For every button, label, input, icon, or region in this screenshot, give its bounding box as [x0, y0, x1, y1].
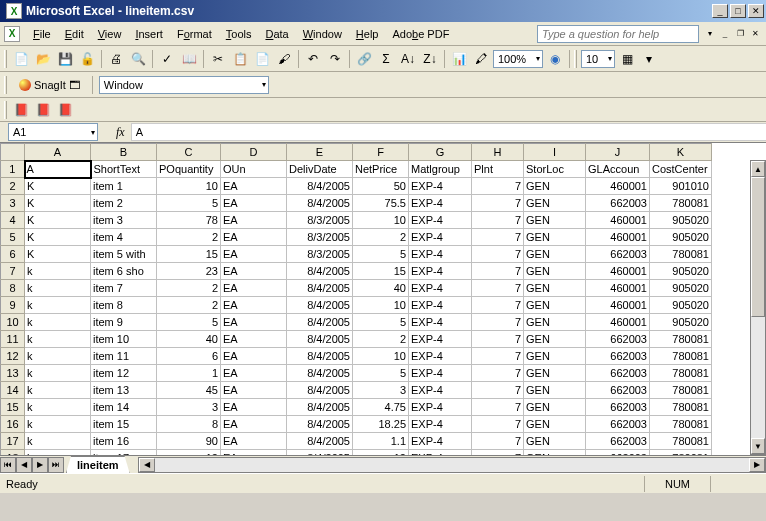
format-painter-icon[interactable]: 🖌: [274, 49, 294, 69]
cell-D8[interactable]: EA: [221, 280, 287, 297]
cell-J15[interactable]: 662003: [586, 399, 650, 416]
tab-first-icon[interactable]: ⏮: [0, 457, 16, 473]
row-header-11[interactable]: 11: [1, 331, 25, 348]
cell-C4[interactable]: 78: [157, 212, 221, 229]
worksheet-grid[interactable]: ABCDEFGHIJK1AShortTextPOquantityOUnDeliv…: [0, 143, 766, 455]
cell-K14[interactable]: 780081: [650, 382, 712, 399]
cell-B1[interactable]: ShortText: [91, 161, 157, 178]
cell-K18[interactable]: 780081: [650, 450, 712, 456]
cell-A6[interactable]: K: [25, 246, 91, 263]
cell-J5[interactable]: 460001: [586, 229, 650, 246]
cell-J7[interactable]: 460001: [586, 263, 650, 280]
cell-J17[interactable]: 662003: [586, 433, 650, 450]
fx-icon[interactable]: fx: [116, 125, 125, 140]
scroll-up-icon[interactable]: ▲: [751, 161, 765, 177]
cell-K10[interactable]: 905020: [650, 314, 712, 331]
cell-A11[interactable]: k: [25, 331, 91, 348]
cell-K2[interactable]: 901010: [650, 178, 712, 195]
cell-D9[interactable]: EA: [221, 297, 287, 314]
cell-H13[interactable]: 7: [472, 365, 524, 382]
fontsize-combo[interactable]: 10: [581, 50, 615, 68]
cell-D13[interactable]: EA: [221, 365, 287, 382]
cell-C18[interactable]: 12: [157, 450, 221, 456]
cell-C16[interactable]: 8: [157, 416, 221, 433]
col-header-J[interactable]: J: [586, 144, 650, 161]
cell-E18[interactable]: 8/4/2005: [287, 450, 353, 456]
cell-I18[interactable]: GEN: [524, 450, 586, 456]
cell-F9[interactable]: 10: [353, 297, 409, 314]
cell-E2[interactable]: 8/4/2005: [287, 178, 353, 195]
cell-C11[interactable]: 40: [157, 331, 221, 348]
cell-G6[interactable]: EXP-4: [409, 246, 472, 263]
cell-A5[interactable]: K: [25, 229, 91, 246]
cell-E8[interactable]: 8/4/2005: [287, 280, 353, 297]
cell-I5[interactable]: GEN: [524, 229, 586, 246]
cell-F12[interactable]: 10: [353, 348, 409, 365]
cell-I12[interactable]: GEN: [524, 348, 586, 365]
row-header-18[interactable]: 18: [1, 450, 25, 456]
toolbar-handle-4[interactable]: [4, 101, 7, 119]
cell-F16[interactable]: 18.25: [353, 416, 409, 433]
cell-H14[interactable]: 7: [472, 382, 524, 399]
cell-G3[interactable]: EXP-4: [409, 195, 472, 212]
cell-K15[interactable]: 780081: [650, 399, 712, 416]
cell-C3[interactable]: 5: [157, 195, 221, 212]
new-icon[interactable]: 📄: [11, 49, 31, 69]
cell-H6[interactable]: 7: [472, 246, 524, 263]
open-icon[interactable]: 📂: [33, 49, 53, 69]
row-header-4[interactable]: 4: [1, 212, 25, 229]
menu-help[interactable]: Help: [349, 26, 386, 42]
cell-E15[interactable]: 8/4/2005: [287, 399, 353, 416]
cell-I7[interactable]: GEN: [524, 263, 586, 280]
cell-A9[interactable]: k: [25, 297, 91, 314]
cell-D3[interactable]: EA: [221, 195, 287, 212]
cell-H1[interactable]: Plnt: [472, 161, 524, 178]
cell-G15[interactable]: EXP-4: [409, 399, 472, 416]
cell-D11[interactable]: EA: [221, 331, 287, 348]
mdi-minimize-button[interactable]: _: [718, 28, 732, 40]
cell-H16[interactable]: 7: [472, 416, 524, 433]
cell-K17[interactable]: 780081: [650, 433, 712, 450]
cell-H5[interactable]: 7: [472, 229, 524, 246]
cell-B14[interactable]: item 13: [91, 382, 157, 399]
cell-G11[interactable]: EXP-4: [409, 331, 472, 348]
permission-icon[interactable]: 🔓: [77, 49, 97, 69]
cell-K1[interactable]: CostCenter: [650, 161, 712, 178]
menu-edit[interactable]: Edit: [58, 26, 91, 42]
cell-B13[interactable]: item 12: [91, 365, 157, 382]
cell-C14[interactable]: 45: [157, 382, 221, 399]
toolbar-handle-3[interactable]: [4, 76, 7, 94]
row-header-16[interactable]: 16: [1, 416, 25, 433]
cell-E10[interactable]: 8/4/2005: [287, 314, 353, 331]
cell-E5[interactable]: 8/3/2005: [287, 229, 353, 246]
sort-desc-icon[interactable]: Z↓: [420, 49, 440, 69]
cell-I10[interactable]: GEN: [524, 314, 586, 331]
cell-H17[interactable]: 7: [472, 433, 524, 450]
cell-D10[interactable]: EA: [221, 314, 287, 331]
save-icon[interactable]: 💾: [55, 49, 75, 69]
cell-E17[interactable]: 8/4/2005: [287, 433, 353, 450]
scroll-down-icon[interactable]: ▼: [751, 438, 765, 454]
redo-icon[interactable]: ↷: [325, 49, 345, 69]
row-header-17[interactable]: 17: [1, 433, 25, 450]
col-header-E[interactable]: E: [287, 144, 353, 161]
cell-G1[interactable]: Matlgroup: [409, 161, 472, 178]
sort-asc-icon[interactable]: A↓: [398, 49, 418, 69]
minimize-button[interactable]: _: [712, 4, 728, 18]
cell-F3[interactable]: 75.5: [353, 195, 409, 212]
cell-D17[interactable]: EA: [221, 433, 287, 450]
tab-prev-icon[interactable]: ◀: [16, 457, 32, 473]
row-header-10[interactable]: 10: [1, 314, 25, 331]
cell-K4[interactable]: 905020: [650, 212, 712, 229]
cell-H8[interactable]: 7: [472, 280, 524, 297]
menu-view[interactable]: View: [91, 26, 129, 42]
cell-E7[interactable]: 8/4/2005: [287, 263, 353, 280]
cell-J18[interactable]: 662003: [586, 450, 650, 456]
cell-C17[interactable]: 90: [157, 433, 221, 450]
spelling-icon[interactable]: ✓: [157, 49, 177, 69]
cell-E6[interactable]: 8/3/2005: [287, 246, 353, 263]
horizontal-scrollbar[interactable]: ◀ ▶: [138, 457, 766, 473]
col-header-K[interactable]: K: [650, 144, 712, 161]
row-header-9[interactable]: 9: [1, 297, 25, 314]
cell-I6[interactable]: GEN: [524, 246, 586, 263]
